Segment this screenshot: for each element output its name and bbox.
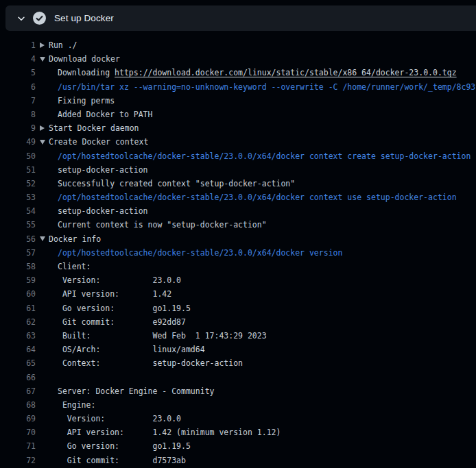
log-text: Downloading https://download.docker.com/… <box>36 66 457 79</box>
log-line-row: 54setup-docker-action <box>0 204 476 218</box>
log-text: Built: Wed Feb 1 17:43:29 2023 <box>36 329 267 343</box>
line-number[interactable]: 6 <box>0 80 36 94</box>
log-line-row: 72 Git commit: d7573ab <box>0 454 476 467</box>
line-number[interactable]: 72 <box>0 454 36 467</box>
log-line-row: 58Client: <box>0 260 476 273</box>
log-group-toggle[interactable]: Download docker <box>36 52 120 66</box>
group-title: Create Docker context <box>49 135 148 149</box>
line-number[interactable]: 64 <box>0 343 36 356</box>
log-line-row: 71 Go version: go1.19.5 <box>0 439 476 453</box>
download-url-link[interactable]: https://download.docker.com/linux/static… <box>115 68 457 77</box>
line-number[interactable]: 49 <box>0 135 36 149</box>
log-text: Go version: go1.19.5 <box>36 439 191 453</box>
line-number[interactable]: 58 <box>0 260 36 273</box>
log-line-row: 52Successfully created context "setup-do… <box>0 177 476 190</box>
group-title: Docker info <box>49 232 101 246</box>
log-line-row: 6/usr/bin/tar xz --warning=no-unknown-ke… <box>0 80 476 94</box>
log-line-row: 64 OS/Arch: linux/amd64 <box>0 343 476 356</box>
line-number[interactable]: 1 <box>0 38 36 52</box>
log-group-toggle[interactable]: Run ./ <box>36 38 78 52</box>
log-line-row: 60 API version: 1.42 <box>0 287 476 301</box>
log-command-text: /usr/bin/tar xz --warning=no-unknown-key… <box>36 80 475 94</box>
group-title: Run ./ <box>49 38 78 52</box>
success-check-icon <box>33 12 46 25</box>
log-text <box>36 371 58 384</box>
log-group-row[interactable]: 1Run ./ <box>0 38 476 52</box>
line-number[interactable]: 50 <box>0 149 36 163</box>
log-group-row[interactable]: 49Create Docker context <box>0 135 476 149</box>
log-command-text: /opt/hostedtoolcache/docker-stable/23.0.… <box>36 246 342 260</box>
line-number[interactable]: 54 <box>0 204 36 218</box>
log-text: Added Docker to PATH <box>36 108 152 121</box>
line-number[interactable]: 63 <box>0 329 36 343</box>
log-text: setup-docker-action <box>36 204 148 218</box>
triangle-down-icon[interactable] <box>40 140 49 145</box>
log-text: Context: setup-docker-action <box>36 356 243 370</box>
log-text-prefix: Downloading <box>58 68 115 77</box>
line-number[interactable]: 51 <box>0 163 36 177</box>
log-group-toggle[interactable]: Docker info <box>36 232 101 246</box>
line-number[interactable]: 57 <box>0 246 36 260</box>
line-number[interactable]: 69 <box>0 412 36 426</box>
log-text: Version: 23.0.0 <box>36 273 181 287</box>
line-number[interactable]: 59 <box>0 273 36 287</box>
log-text: API version: 1.42 <box>36 287 171 301</box>
line-number[interactable]: 67 <box>0 384 36 398</box>
line-number[interactable]: 66 <box>0 371 36 384</box>
log-text: Client: <box>36 260 91 273</box>
step-header[interactable]: Set up Docker <box>5 5 476 31</box>
log-line-row: 65 Context: setup-docker-action <box>0 356 476 370</box>
log-line-row: 70 API version: 1.42 (minimum version 1.… <box>0 426 476 439</box>
line-number[interactable]: 7 <box>0 94 36 108</box>
log-lines: 1Run ./4Download docker5Downloading http… <box>0 31 476 468</box>
group-title: Start Docker daemon <box>49 121 139 135</box>
log-text: Engine: <box>36 398 95 412</box>
line-number[interactable]: 52 <box>0 177 36 190</box>
log-group-row[interactable]: 4Download docker <box>0 52 476 66</box>
line-number[interactable]: 70 <box>0 426 36 439</box>
log-group-toggle[interactable]: Create Docker context <box>36 135 148 149</box>
log-text: Current context is now "setup-docker-act… <box>36 218 267 232</box>
log-line-row: 66 <box>0 371 476 384</box>
log-text: Git commit: e92dd87 <box>36 315 186 329</box>
line-number[interactable]: 9 <box>0 121 36 135</box>
log-text: Server: Docker Engine - Community <box>36 384 214 398</box>
line-number[interactable]: 5 <box>0 66 36 79</box>
log-line-row: 50/opt/hostedtoolcache/docker-stable/23.… <box>0 149 476 163</box>
line-number[interactable]: 56 <box>0 232 36 246</box>
log-line-row: 5Downloading https://download.docker.com… <box>0 66 476 79</box>
log-line-row: 61 Go version: go1.19.5 <box>0 301 476 315</box>
log-group-toggle[interactable]: Start Docker daemon <box>36 121 139 135</box>
log-line-row: 8Added Docker to PATH <box>0 108 476 121</box>
log-text: Version: 23.0.0 <box>36 412 181 426</box>
log-line-row: 57/opt/hostedtoolcache/docker-stable/23.… <box>0 246 476 260</box>
line-number[interactable]: 55 <box>0 218 36 232</box>
line-number[interactable]: 4 <box>0 52 36 66</box>
log-line-row: 55Current context is now "setup-docker-a… <box>0 218 476 232</box>
log-line-row: 69 Version: 23.0.0 <box>0 412 476 426</box>
log-text: Git commit: d7573ab <box>36 454 186 467</box>
chevron-down-icon[interactable] <box>16 14 26 23</box>
log-group-row[interactable]: 9Start Docker daemon <box>0 121 476 135</box>
log-line-row: 7Fixing perms <box>0 94 476 108</box>
log-text: OS/Arch: linux/amd64 <box>36 343 205 356</box>
log-line-row: 51setup-docker-action <box>0 163 476 177</box>
log-command-text: /opt/hostedtoolcache/docker-stable/23.0.… <box>36 149 471 163</box>
log-text: API version: 1.42 (minimum version 1.12) <box>36 426 281 439</box>
log-line-row: 68 Engine: <box>0 398 476 412</box>
log-group-row[interactable]: 56Docker info <box>0 232 476 246</box>
line-number[interactable]: 68 <box>0 398 36 412</box>
line-number[interactable]: 65 <box>0 356 36 370</box>
line-number[interactable]: 60 <box>0 287 36 301</box>
triangle-right-icon[interactable] <box>40 125 49 131</box>
triangle-right-icon[interactable] <box>40 42 49 48</box>
triangle-down-icon[interactable] <box>40 236 49 241</box>
triangle-down-icon[interactable] <box>40 57 49 62</box>
line-number[interactable]: 53 <box>0 190 36 204</box>
log-text: Successfully created context "setup-dock… <box>36 177 295 190</box>
line-number[interactable]: 62 <box>0 315 36 329</box>
line-number[interactable]: 61 <box>0 301 36 315</box>
group-title: Download docker <box>49 52 120 66</box>
line-number[interactable]: 71 <box>0 439 36 453</box>
line-number[interactable]: 8 <box>0 108 36 121</box>
